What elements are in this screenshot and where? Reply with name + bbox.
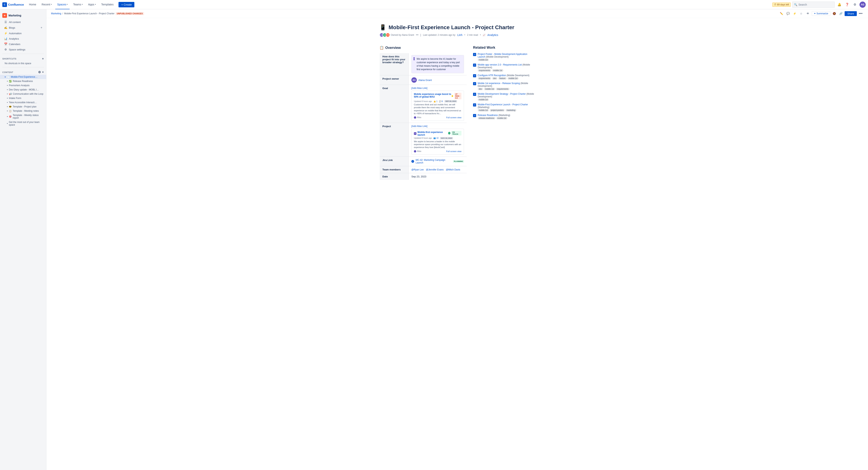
related-item-icon: ☰ — [473, 82, 476, 85]
jira-value: J MC-42: Marketing Campaign Launch PLANN… — [409, 157, 467, 166]
project-row: Project [Add Atlas Link] A — [380, 123, 467, 157]
tag[interactable]: project-posters — [490, 109, 505, 112]
analytics-link[interactable]: Analytics — [487, 33, 498, 36]
tree-item-10[interactable]: Get the most out of your team space — [0, 120, 46, 127]
tree-item-8[interactable]: 📋 Template - Meeting notes — [0, 109, 46, 113]
sidebar-item-automation[interactable]: ⚡ Automation — [1, 31, 45, 36]
project-card-header: A Mobile-first experience launch ON TRAC… — [414, 131, 461, 136]
tree-item-0[interactable]: ▾ 📄 Mobile-First Experience Launch - Pro… — [0, 75, 46, 79]
no-shortcuts-text: No shortcuts in this space — [0, 61, 46, 65]
tree-item-1[interactable]: ✅ Release Readiness — [0, 79, 46, 83]
sidebar-item-all-content[interactable]: ☰ All content — [1, 19, 45, 25]
create-button[interactable]: + Create — [119, 2, 134, 7]
space-header[interactable]: M Marketing — [0, 11, 46, 19]
no-notify-button[interactable]: 🔕 — [832, 11, 837, 16]
tree-item-9[interactable]: 🎯 Template - Weekly status report — [0, 113, 46, 120]
nav-teams[interactable]: Teams ▾ — [71, 0, 85, 9]
trial-badge[interactable]: ⏱ 89 days left — [772, 2, 791, 7]
tree-dot — [7, 85, 8, 86]
add-project-atlas-link[interactable]: [Add Atlas Link] — [411, 125, 464, 128]
logo[interactable]: C Confluence — [2, 2, 26, 7]
add-shortcut-button[interactable]: + — [42, 57, 44, 61]
goal-label: Goal — [380, 85, 409, 123]
search-box[interactable]: 🔍 Search — [792, 2, 835, 8]
tag[interactable]: mobile-1st — [478, 59, 489, 61]
user-avatar[interactable]: AG — [860, 2, 866, 8]
project-fullscreen-link[interactable]: Full screen view — [446, 150, 461, 153]
tag[interactable]: mobile-1st — [507, 77, 519, 80]
more-options-button[interactable]: ••• — [858, 11, 863, 16]
tag[interactable]: feature — [498, 77, 506, 80]
tag[interactable]: dev — [478, 88, 483, 90]
add-blog-icon[interactable]: + — [40, 26, 42, 29]
tag[interactable]: mobile-1st — [478, 109, 489, 112]
team-member-3[interactable]: @Mitch Davis — [446, 168, 460, 171]
owner-name-link[interactable]: Alana Grant — [418, 79, 432, 82]
atlas-logo: Atlas — [414, 116, 421, 119]
nav-home[interactable]: Home — [27, 0, 38, 9]
tag[interactable]: requirements — [496, 88, 509, 90]
tag[interactable]: requirements — [478, 77, 491, 80]
tree-item-6[interactable]: 'New Accessible Interaction Anytime App'… — [0, 100, 46, 104]
filter-content-button[interactable]: ⚙ — [38, 70, 41, 74]
lightning-button[interactable]: ⚡ — [792, 11, 798, 16]
watch-button[interactable]: 👁 — [805, 11, 811, 16]
nav-spaces[interactable]: Spaces ▾ — [55, 0, 70, 9]
tree-item-7[interactable]: 😎 Template - Project plan — [0, 104, 46, 109]
tag[interactable]: marketing — [505, 109, 516, 112]
team-member-1[interactable]: @Ryan Lee — [411, 168, 424, 171]
shortcuts-section: SHORTCUTS + — [0, 56, 46, 61]
sidebar-item-analytics[interactable]: 📊 Analytics — [1, 36, 45, 41]
add-goal-atlas-link[interactable]: [Add Atlas Link] — [411, 87, 464, 90]
nav-apps[interactable]: Apps ▾ — [86, 0, 98, 9]
sidebar-item-label: All content — [9, 21, 21, 24]
comment-button[interactable]: 💬 — [785, 11, 791, 16]
tag[interactable]: mobile-1st — [478, 98, 489, 101]
add-content-button[interactable]: + — [42, 70, 44, 74]
project-card-meta: Updated 8 hours ago 👥 10 NOV 19, 2023 — [414, 137, 461, 139]
sidebar-item-space-settings[interactable]: ⚙ Space settings — [1, 47, 45, 52]
star-button[interactable]: ☆ — [799, 11, 804, 16]
tag[interactable]: release-readiness — [478, 117, 495, 119]
tag[interactable]: dev — [492, 77, 497, 80]
related-item-title[interactable]: Release Readiness — [478, 114, 498, 117]
related-item-tags: mobile-1stproject-postersmarketing — [478, 109, 535, 112]
owned-by-text: Owned by Alana Grant — [391, 34, 414, 36]
tag[interactable]: mobile-1st — [496, 117, 507, 119]
tag[interactable]: mobile-1st — [484, 88, 495, 90]
related-item-title[interactable]: Mobile app version 2.0 - Requirements Li… — [478, 63, 522, 66]
sidebar-item-calendars[interactable]: 📅 Calendars — [1, 41, 45, 47]
strategy-label: How does this project fit into your broa… — [380, 53, 409, 75]
related-item-title[interactable]: Mobile Development Strategy - Project Ch… — [478, 93, 526, 95]
link-button[interactable]: 🔗 — [838, 11, 843, 16]
tree-item-3[interactable]: Dev Diary update - MOBL launch - Securit… — [0, 88, 46, 92]
atlas-card-desc: Customers think and act mobile first, we… — [414, 103, 461, 115]
related-item-tags: mobile-1st — [478, 59, 535, 61]
summarize-button[interactable]: ✦ Summarize — [812, 11, 831, 16]
nav-templates[interactable]: Templates — [99, 0, 116, 9]
tree-item-5[interactable]: Intake Form — [0, 96, 46, 100]
team-member-2[interactable]: @Jennifer Evans — [426, 168, 444, 171]
project-card-footer: Atlas Full screen view — [414, 150, 461, 153]
goal-fullscreen-link[interactable]: Full screen view — [446, 116, 461, 119]
related-item-title[interactable]: Mobile-First Experience Launch - Project… — [478, 103, 528, 106]
notifications-button[interactable]: 🔔 — [836, 2, 842, 8]
nav-recent[interactable]: Recent ▾ — [40, 0, 54, 9]
tree-item-4[interactable]: 📢 Communication with the Loop — [0, 92, 46, 96]
jira-ticket-link[interactable]: MC-42: Marketing Campaign Launch — [415, 159, 451, 164]
share-button[interactable]: Share — [845, 11, 857, 16]
project-atlas-card: A Mobile-first experience launch ON TRAC… — [411, 129, 464, 155]
tag[interactable]: mobile-1st — [492, 69, 503, 72]
edit-button[interactable]: ✏️ — [779, 11, 784, 16]
settings-button[interactable]: ⚙ — [852, 2, 858, 8]
breadcrumb-marketing[interactable]: Marketing — [51, 12, 61, 15]
updated-by-link[interactable]: Linh — [457, 33, 462, 36]
tag[interactable]: requirements — [478, 69, 491, 72]
related-item-title[interactable]: Mobile 1st experience - Release Scoping — [478, 82, 520, 85]
related-item-title[interactable]: Configure HTR Recognition — [478, 74, 506, 77]
project-title-link[interactable]: Mobile-first experience launch — [417, 131, 448, 136]
atlas-goal-title[interactable]: Mobile experience usage boost to 50% of … — [414, 93, 452, 98]
tree-item-2[interactable]: Premortem Analysis — [0, 83, 46, 88]
sidebar-item-blogs[interactable]: ✍ Blogs + — [1, 25, 45, 31]
help-button[interactable]: ❓ — [844, 2, 850, 8]
